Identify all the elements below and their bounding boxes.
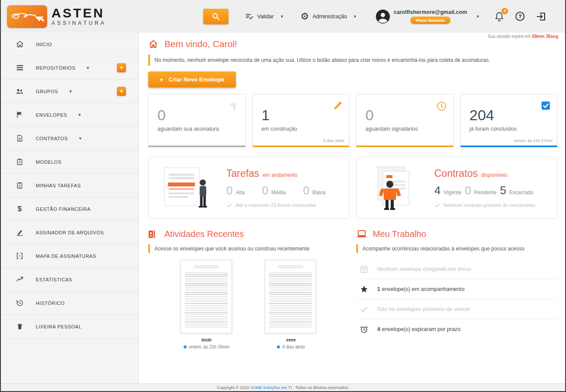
sidebar-item-inicio[interactable]: INÍCIO [1, 33, 138, 56]
envelope-thumbnail[interactable]: teste ontem, às 21h 26min [181, 260, 233, 349]
stat-card-aguardam-assinatura[interactable]: 0 aguardam sua assinatura [148, 94, 245, 145]
copyright-prefix: Copyright © 2022 [217, 385, 249, 390]
sidebar-item-modelos[interactable]: MODELOS [1, 150, 138, 174]
contratos-encerrado-label: Encerrado [509, 189, 533, 196]
sidebar-item-mapa-de-assinaturas[interactable]: MAPA DE ASSINATURAS [1, 244, 138, 268]
sidebar-item-label: INÍCIO [36, 42, 52, 47]
envelope-name: teste [181, 338, 233, 342]
chevron-down-icon: ▼ [68, 89, 72, 94]
administracao-label: Administração [313, 14, 347, 20]
stat-card-em-construcao[interactable]: 1 em construção 9 dias atrás [252, 94, 350, 145]
stat-value: 0 [365, 108, 446, 122]
notice-accent-bar [148, 54, 150, 66]
validate-list-icon [245, 12, 254, 21]
contratos-title: Contratos [434, 168, 478, 179]
chevron-down-icon: ▼ [476, 14, 480, 19]
plan-badge: Plano Ilimitado [410, 17, 450, 24]
stat-value: 0 [157, 108, 238, 122]
sidebar-item-label: ENVELOPES [36, 112, 67, 118]
sidebar-item-grupos[interactable]: GRUPOS ▼ + [1, 80, 138, 103]
sidebar-item-label: LIXEIRA PESSOAL [36, 324, 82, 329]
map-icon [15, 252, 24, 260]
stat-label: em construção [262, 126, 342, 132]
worklist-item-following[interactable]: 1 envelope(s) em acompanhamento [356, 279, 557, 299]
tarefas-card[interactable]: Tarefas em andamento 0Alta 0Média 0Baixa… [148, 157, 349, 219]
contratos-card[interactable]: Contratos disponíveis 4Vigente 0Pendente… [356, 157, 557, 219]
tarefas-title: Tarefas [226, 168, 259, 179]
sidebar-item-minhas-tarefas[interactable]: MINHAS TAREFAS [1, 174, 138, 197]
sidebar-item-assinador-de-arquivos[interactable]: ASSINADOR DE ARQUIVOS [1, 221, 138, 244]
validar-menu[interactable]: Validar ▼ [245, 12, 284, 21]
copyright-suffix: . Todos os direitos reservados. [293, 385, 349, 390]
dollar-icon: $ [15, 205, 24, 213]
validar-label: Validar [257, 14, 274, 20]
trash-icon [15, 322, 24, 331]
stat-card-aguardam-signatarios[interactable]: 0 aguardam signatários [356, 94, 453, 145]
create-envelope-button[interactable]: + Criar Novo Envelope [148, 71, 236, 88]
stat-card-concluidos[interactable]: 204 já foram concluídos ontem, às 21h 27… [460, 94, 558, 145]
flag-icon [15, 111, 24, 119]
check-icon [434, 203, 440, 208]
add-group-button[interactable]: + [117, 87, 126, 96]
sidebar-item-contratos[interactable]: CONTRATOS ▼ [1, 127, 138, 150]
section-accent-bar [356, 244, 358, 253]
sidebar-item-estatisticas[interactable]: ESTATÍSTICAS [1, 268, 138, 291]
brand-name: ASTEN [51, 7, 106, 20]
sidebar-item-label: GRUPOS [36, 89, 58, 94]
notification-count-badge: 3 [501, 8, 508, 14]
document-preview [181, 260, 232, 333]
notifications-button[interactable]: 3 [494, 11, 504, 22]
sidebar-item-lixeira-pessoal[interactable]: LIXEIRA PESSOAL [1, 315, 138, 338]
worklist-item-expiring: Não há envelopes próximos de vencer [356, 299, 557, 319]
tarefas-subtitle: em andamento [263, 172, 297, 178]
envelope-timestamp: ontem, às 21h 26min [189, 345, 229, 349]
sidebar-item-label: MINHAS TAREFAS [36, 183, 81, 188]
home-icon [148, 39, 158, 49]
search-button[interactable] [203, 9, 228, 24]
tasks-icon [15, 181, 24, 189]
sidebar-item-gestao-financeira[interactable]: $ GESTÃO FINANCEIRA [1, 197, 138, 221]
stat-value: 1 [262, 108, 342, 122]
section-accent-bar [148, 244, 150, 253]
add-repository-button[interactable]: + [117, 63, 126, 72]
logo-signature-icon [7, 5, 47, 28]
worklist-text: envelope(s) em acompanhamento [380, 286, 464, 292]
page-footer: Copyright © 2022 AVMB Soluções em TI . T… [1, 383, 565, 391]
address-card-icon [148, 230, 159, 239]
meu-trabalho-section: Meu Trabalho Acompanhe ocorrências relac… [356, 229, 557, 349]
app-logo[interactable]: ASTEN ASSINATURA [7, 5, 138, 28]
tarefas-media-label: Média [271, 189, 286, 196]
page-title: Bem vindo, Carol! [164, 39, 237, 49]
account-menu[interactable]: carolfishermore@gmail.com Plano Ilimitad… [375, 9, 480, 24]
logout-button[interactable] [536, 11, 546, 22]
stat-label: aguardam sua assinatura [157, 126, 238, 132]
clipboard-icon [15, 158, 24, 166]
contract-icon [15, 134, 24, 142]
company-link[interactable]: AVMB Soluções em TI [250, 385, 292, 390]
top-header: ASTEN ASSINATURA Validar ▼ ⚙ Administraç… [1, 0, 565, 33]
notice-text: No momento, nenhum envelope necessita de… [154, 57, 490, 63]
plus-icon: + [160, 76, 164, 83]
status-dot [184, 345, 187, 348]
help-button[interactable]: ? [515, 12, 525, 21]
worklist-count: 1 [377, 286, 380, 292]
worklist-item-upcoming: Nenhum envelope chegando em breve [356, 259, 557, 279]
avatar [375, 9, 390, 24]
worklist-count: 4 [377, 326, 380, 332]
sidebar-item-envelopes[interactable]: ENVELOPES ▼ [1, 103, 138, 127]
administracao-menu[interactable]: ⚙ Administração ▼ [300, 12, 357, 21]
tasks-illustration [149, 163, 226, 212]
repositories-icon [15, 64, 24, 72]
contratos-footer-note: Nenhum contrato próximo do vencimento [443, 203, 535, 208]
sidebar-item-repositorios[interactable]: REPOSITÓRIOS ▼ + [1, 56, 138, 80]
worklist-text: envelope(s) expiraram por prazo [380, 326, 460, 332]
sidebar-item-historico[interactable]: HISTÓRICO [1, 291, 138, 315]
session-countdown: 59min 35seg [532, 34, 558, 39]
chevron-down-icon: ▼ [78, 136, 82, 141]
sidebar-item-label: CONTRATOS [36, 136, 68, 141]
status-dot [277, 345, 280, 348]
worklist-item-expired[interactable]: 4 envelope(s) expiraram por prazo [356, 319, 557, 339]
atividades-recentes-section: Atividades Recentes Acesse os envelopes … [148, 229, 349, 349]
contratos-pendente-value: 0 [465, 184, 471, 197]
envelope-thumbnail[interactable]: eeee 9 dias atrás [265, 260, 317, 349]
